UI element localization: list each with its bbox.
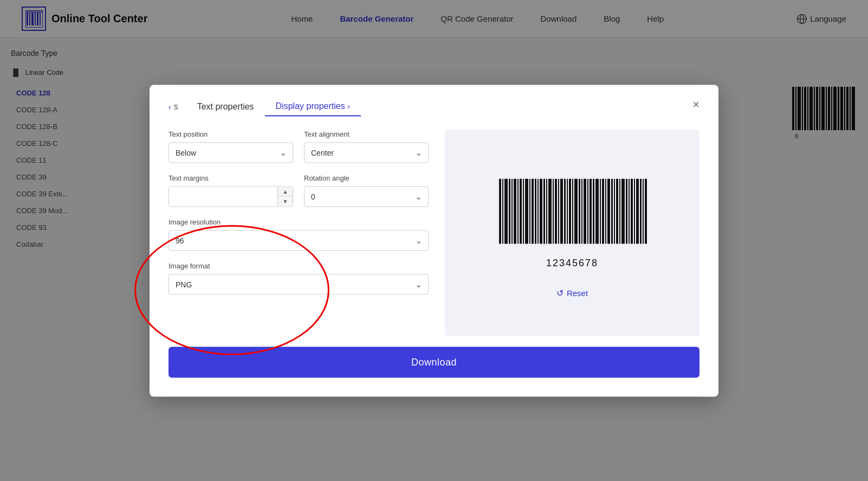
image-format-label: Image format <box>169 261 429 270</box>
svg-rect-69 <box>605 178 606 243</box>
rotation-angle-select[interactable]: 0 90 180 270 <box>304 186 429 207</box>
svg-rect-81 <box>640 178 642 243</box>
form-row-2: Text margins 1 ▲ ▼ Rotation angle 0 <box>169 174 429 207</box>
svg-rect-55 <box>564 178 566 243</box>
svg-rect-44 <box>532 178 534 243</box>
text-margins-group: Text margins 1 ▲ ▼ <box>169 174 293 207</box>
svg-rect-47 <box>540 178 542 243</box>
svg-rect-48 <box>543 178 545 243</box>
svg-rect-60 <box>579 178 580 243</box>
rotation-angle-select-wrapper: 0 90 180 270 <box>304 186 429 207</box>
svg-rect-64 <box>590 178 592 243</box>
spinner-up-button[interactable]: ▲ <box>278 187 293 197</box>
text-margins-input[interactable]: 1 <box>169 187 277 206</box>
svg-rect-63 <box>587 178 588 243</box>
svg-rect-49 <box>546 178 547 243</box>
image-resolution-select-wrapper: 72 96 150 300 <box>169 230 429 251</box>
download-button[interactable]: Download <box>169 347 699 377</box>
svg-rect-36 <box>509 178 510 243</box>
rotation-angle-label: Rotation angle <box>304 174 429 182</box>
svg-rect-35 <box>504 178 508 243</box>
modal-close-button[interactable]: × <box>692 98 699 110</box>
svg-rect-77 <box>629 178 630 243</box>
text-alignment-select[interactable]: Center Left Right <box>304 142 429 163</box>
svg-rect-67 <box>600 178 601 243</box>
svg-rect-34 <box>502 178 503 243</box>
svg-rect-73 <box>616 178 618 243</box>
reset-icon: ↺ <box>556 287 563 298</box>
svg-rect-46 <box>537 178 539 243</box>
text-position-select-wrapper: Below Above None <box>169 142 293 163</box>
svg-rect-40 <box>520 178 522 243</box>
tab-prev[interactable]: ‹ s <box>169 101 186 116</box>
svg-rect-76 <box>626 178 627 243</box>
rotation-angle-group: Rotation angle 0 90 180 270 <box>304 174 429 207</box>
image-format-select-wrapper: PNG JPEG SVG BMP <box>169 274 429 294</box>
svg-rect-66 <box>595 178 599 243</box>
svg-rect-74 <box>619 178 620 243</box>
image-resolution-group: Image resolution 72 96 150 300 <box>169 217 429 251</box>
svg-rect-42 <box>525 178 528 243</box>
spinner-down-button[interactable]: ▼ <box>278 197 293 207</box>
svg-rect-43 <box>529 178 530 243</box>
svg-rect-37 <box>511 178 513 243</box>
svg-rect-50 <box>548 178 552 243</box>
reset-button[interactable]: ↺ Reset <box>556 287 588 298</box>
svg-rect-57 <box>569 178 571 243</box>
svg-rect-75 <box>621 178 625 243</box>
chevron-left-icon: ‹ <box>169 102 171 111</box>
svg-rect-39 <box>517 178 519 243</box>
svg-rect-80 <box>636 178 639 243</box>
svg-rect-54 <box>560 178 563 243</box>
svg-rect-56 <box>567 178 568 243</box>
modal-tabs: ‹ s Text properties Display properties ›… <box>169 101 699 116</box>
tab-text-properties[interactable]: Text properties <box>186 101 265 116</box>
svg-rect-59 <box>574 178 578 243</box>
image-resolution-label: Image resolution <box>169 217 429 226</box>
svg-rect-58 <box>572 178 573 243</box>
svg-rect-70 <box>607 178 610 243</box>
svg-rect-79 <box>634 178 635 243</box>
svg-rect-45 <box>535 178 536 243</box>
barcode-preview: 12345678 <box>485 168 659 279</box>
text-position-select[interactable]: Below Above None <box>169 142 293 163</box>
svg-rect-52 <box>555 178 557 243</box>
svg-rect-33 <box>499 178 501 243</box>
text-alignment-label: Text alignment <box>304 130 429 138</box>
svg-rect-78 <box>631 178 633 243</box>
svg-rect-82 <box>643 178 644 243</box>
svg-rect-65 <box>593 178 594 243</box>
svg-rect-38 <box>514 178 516 243</box>
left-panel: Text position Below Above None Text alig… <box>169 130 429 336</box>
text-position-label: Text position <box>169 130 293 138</box>
svg-rect-41 <box>523 178 524 243</box>
modal-body: Text position Below Above None Text alig… <box>169 130 699 336</box>
spinner-buttons: ▲ ▼ <box>277 187 293 206</box>
svg-rect-61 <box>581 178 582 243</box>
svg-rect-71 <box>611 178 613 243</box>
tab-prev-label: s <box>174 101 178 111</box>
barcode-preview-panel: 12345678 ↺ Reset <box>445 130 699 336</box>
barcode-svg <box>496 178 648 254</box>
modal: ‹ s Text properties Display properties ›… <box>150 85 718 396</box>
svg-rect-62 <box>584 178 586 243</box>
svg-rect-68 <box>602 178 604 243</box>
svg-rect-53 <box>558 178 559 243</box>
image-format-group: Image format PNG JPEG SVG BMP <box>169 261 429 294</box>
tab-display-properties[interactable]: Display properties › <box>265 101 361 116</box>
svg-rect-51 <box>553 178 554 243</box>
text-margins-label: Text margins <box>169 174 293 182</box>
chevron-right-icon: › <box>347 101 350 110</box>
image-resolution-select[interactable]: 72 96 150 300 <box>169 230 429 251</box>
text-alignment-select-wrapper: Center Left Right <box>304 142 429 163</box>
text-margins-spinner: 1 ▲ ▼ <box>169 186 293 207</box>
svg-rect-72 <box>614 178 615 243</box>
text-alignment-group: Text alignment Center Left Right <box>304 130 429 163</box>
form-row-1: Text position Below Above None Text alig… <box>169 130 429 163</box>
barcode-number: 12345678 <box>546 257 598 268</box>
svg-rect-83 <box>645 178 647 243</box>
image-format-select[interactable]: PNG JPEG SVG BMP <box>169 274 429 294</box>
text-position-group: Text position Below Above None <box>169 130 293 163</box>
